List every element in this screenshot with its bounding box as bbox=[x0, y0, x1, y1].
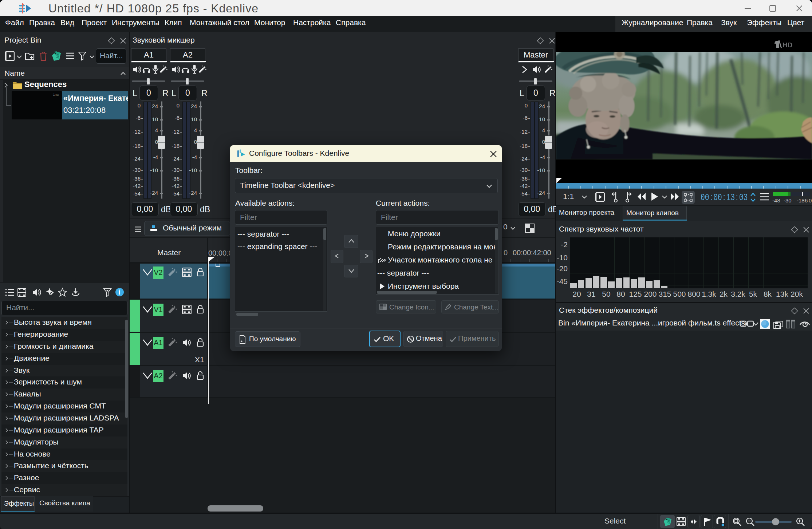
svg-text:HD: HD bbox=[783, 41, 792, 49]
